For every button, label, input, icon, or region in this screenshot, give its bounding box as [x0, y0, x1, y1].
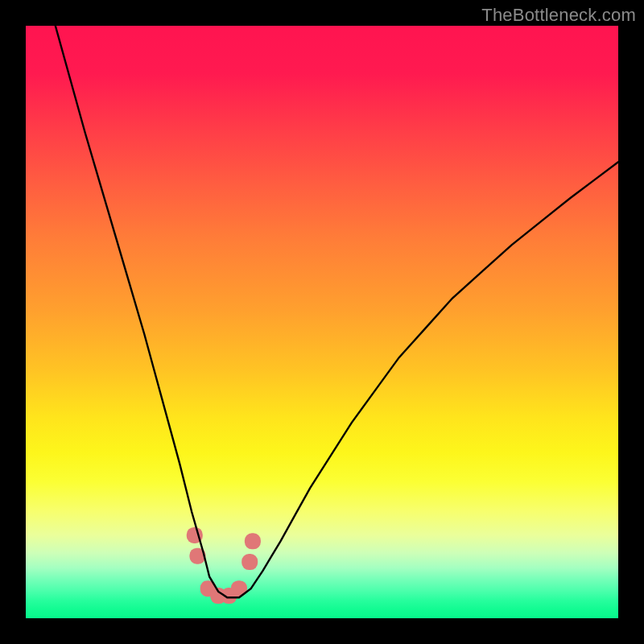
- curve-layer: [26, 26, 618, 618]
- plot-area: [26, 26, 618, 618]
- highlight-markers: [187, 527, 261, 604]
- bottleneck-curve: [56, 26, 618, 597]
- chart-frame: TheBottleneck.com: [0, 0, 644, 644]
- highlight-marker: [245, 533, 261, 549]
- watermark-text: TheBottleneck.com: [481, 5, 636, 26]
- highlight-marker: [242, 554, 258, 570]
